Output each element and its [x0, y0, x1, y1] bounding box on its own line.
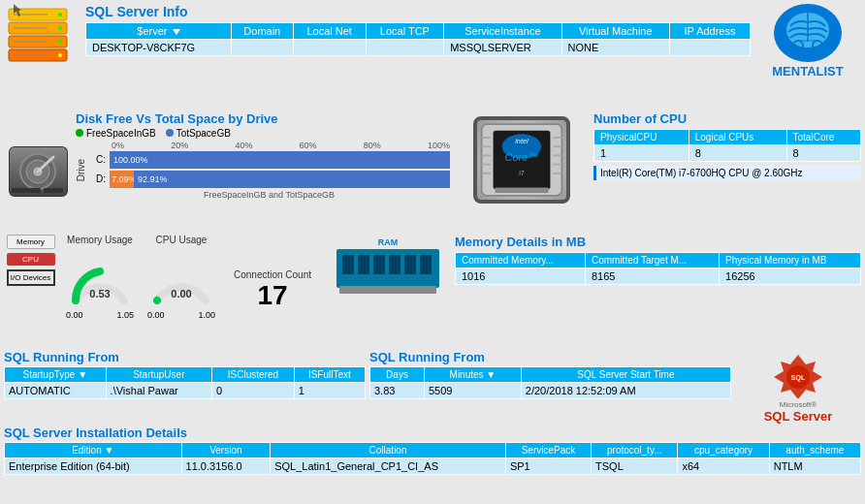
localtcp-cell: [366, 40, 444, 56]
sql-running-left: SQL Running From StartupType ▼ StartupUs…: [4, 350, 366, 424]
disk-area: Disk Free Vs Total Space by Drive FreeSp…: [4, 111, 450, 231]
connection-count-section: Connection Count 17: [224, 235, 321, 347]
running-right-row: 3.83 5509 2/20/2018 12:52:09 AM: [370, 383, 731, 399]
col-minutes[interactable]: Minutes ▼: [424, 367, 521, 383]
svg-rect-24: [12, 188, 41, 193]
collation-val: SQL_Latin1_General_CP1_CI_AS: [271, 458, 506, 475]
svg-text:0.00: 0.00: [171, 288, 191, 299]
cpu-gauge-item: CPU Usage 0.00 0.00 1.00: [143, 235, 220, 347]
bar-c-row: C: 100.00%: [88, 151, 450, 169]
domain-cell: [231, 40, 293, 56]
connection-number: 17: [257, 280, 287, 311]
col-days: Days: [370, 367, 425, 383]
svg-text:RAM: RAM: [378, 239, 399, 247]
sql-info-section: SQL Server Info $erver Domain Local Net …: [0, 0, 865, 110]
server-name-cell: DESKTOP-V8CKF7G: [86, 40, 232, 56]
memory-header-row: Committed Memory... Committed Target M..…: [456, 252, 861, 268]
memory-gauge-item: Memory Usage 0.53 0.00 1.05: [61, 235, 139, 347]
legend-total-dot: [166, 129, 174, 137]
cpu-model: Intel(R) Core(TM) i7-6700HQ CPU @ 2.60GH…: [593, 166, 861, 180]
disk-title: Disk Free Vs Total Space by Drive: [76, 111, 450, 126]
col-edition[interactable]: Edition ▼: [5, 443, 182, 458]
col-localnet: Local Net: [293, 23, 366, 40]
installation-section: SQL Server Installation Details Edition …: [4, 425, 861, 475]
svg-rect-46: [342, 255, 354, 274]
cpu-gauge-title: CPU Usage: [156, 235, 208, 245]
bottom-section: SQL Running From StartupType ▼ StartupUs…: [0, 348, 865, 504]
cpu-val-logical: 8: [689, 144, 786, 161]
svg-text:i7: i7: [519, 168, 525, 176]
y-axis-label: Drive: [76, 159, 86, 181]
memory-details-section: Memory Details in MB Committed Memory...…: [455, 235, 861, 347]
startuptype-arrow[interactable]: ▼: [78, 369, 87, 380]
chart-with-axis: Drive 0% 20% 40% 60% 80% 100% C:: [76, 141, 450, 200]
installation-table: Edition ▼ Version Collation ServicePack …: [4, 442, 861, 475]
svg-point-4: [58, 13, 62, 16]
ipaddress-cell: [669, 40, 750, 56]
version-val: 11.0.3156.0: [181, 458, 271, 475]
io-devices-label: I/O Devices: [7, 269, 55, 286]
cpu-nums-table: PhysicalCPU Logical CPUs TotalCore 1 8 8: [593, 129, 861, 162]
svg-rect-51: [420, 255, 432, 274]
cpu-header-row: PhysicalCPU Logical CPUs TotalCore: [594, 129, 861, 144]
mentalist-text: MENTALIST: [772, 64, 843, 79]
bar-d-used: 92.91%: [134, 171, 450, 188]
starttime-val: 2/20/2018 12:52:09 AM: [521, 383, 730, 399]
svg-point-5: [58, 26, 62, 30]
serviceinstance-cell: MSSQLSERVER: [444, 40, 561, 56]
microsoft-text: Microsoft®: [764, 400, 833, 409]
bar-d-row: D: 7.09% 92.91%: [88, 171, 450, 188]
cpu-label-icon: CPU: [7, 253, 55, 266]
legend-free-label: FreeSpaceInGB: [86, 128, 156, 139]
table-header-row: $erver Domain Local Net Local TCP Servic…: [86, 23, 751, 40]
running-left-table: StartupType ▼ StartupUser ISClustered IS…: [4, 366, 366, 399]
sql-running-left-title: SQL Running From: [4, 350, 366, 364]
days-val: 3.83: [370, 383, 425, 399]
minutes-arrow[interactable]: ▼: [486, 369, 496, 380]
legend-free-dot: [76, 129, 83, 137]
cpu-values-row: 1 8 8: [594, 144, 861, 161]
isclustered-val: 0: [212, 383, 295, 399]
cpu-gauge-scale: 0.00 1.00: [147, 310, 215, 320]
left-icons-panel: Memory CPU I/O Devices: [4, 235, 57, 347]
edition-arrow[interactable]: ▼: [105, 445, 114, 456]
memory-gauge-scale: 0.00 1.05: [66, 310, 134, 320]
col-startuptype[interactable]: StartupType ▼: [5, 367, 107, 383]
memory-details-title: Memory Details in MB: [455, 235, 861, 249]
connection-title: Connection Count: [234, 269, 311, 280]
install-row: Enterprise Edition (64-bit) 11.0.3156.0 …: [5, 458, 861, 475]
col-domain: Domain: [231, 23, 293, 40]
mem-col-physical: Physical Memory in MB: [720, 252, 861, 268]
bar-c-container: 100.00%: [110, 151, 450, 169]
svg-text:Core™: Core™: [505, 151, 539, 163]
sql-info-content: SQL Server Info $erver Domain Local Net …: [85, 4, 751, 56]
col-starttime: SQL Server Start Time: [521, 367, 730, 383]
install-header-row: Edition ▼ Version Collation ServicePack …: [5, 443, 861, 458]
sql-server-text: SQL Server: [764, 409, 833, 424]
cpu-image: intel Core™ i7: [473, 116, 570, 204]
servicepack-val: SP1: [505, 458, 591, 475]
memory-scale-min: 0.00: [66, 310, 83, 320]
col-protocol: protocol_ty...: [592, 443, 678, 458]
authscheme-val: NTLM: [769, 458, 860, 475]
drive-d-label: D:: [88, 173, 106, 184]
startup-user-val: .\Vishal Pawar: [106, 383, 211, 399]
cpu-col-logical: Logical CPUs: [689, 129, 786, 144]
cpu-title: Number of CPU: [593, 111, 861, 126]
disk-chart-area: Disk Free Vs Total Space by Drive FreeSp…: [76, 111, 450, 231]
col-virtualmachine: Virtual Machine: [561, 23, 669, 40]
server-icon: [4, 4, 81, 72]
svg-rect-49: [389, 255, 400, 274]
mem-col-committed: Committed Memory...: [456, 252, 586, 268]
bar-d-container: 7.09% 92.91%: [110, 171, 450, 188]
ram-image: RAM: [335, 239, 441, 298]
x-axis-labels: 0% 20% 40% 60% 80% 100%: [88, 141, 450, 150]
dropdown-arrow-icon[interactable]: [173, 29, 180, 35]
col-server[interactable]: $erver: [86, 23, 232, 40]
mem-val-target: 8165: [585, 268, 719, 284]
bar-d-free-label: 7.09%: [112, 174, 137, 184]
minutes-val: 5509: [424, 383, 521, 399]
col-servicepack: ServicePack: [505, 443, 591, 458]
cpu-gauge-svg: 0.00: [147, 247, 215, 310]
memory-gauge-title: Memory Usage: [67, 235, 133, 245]
